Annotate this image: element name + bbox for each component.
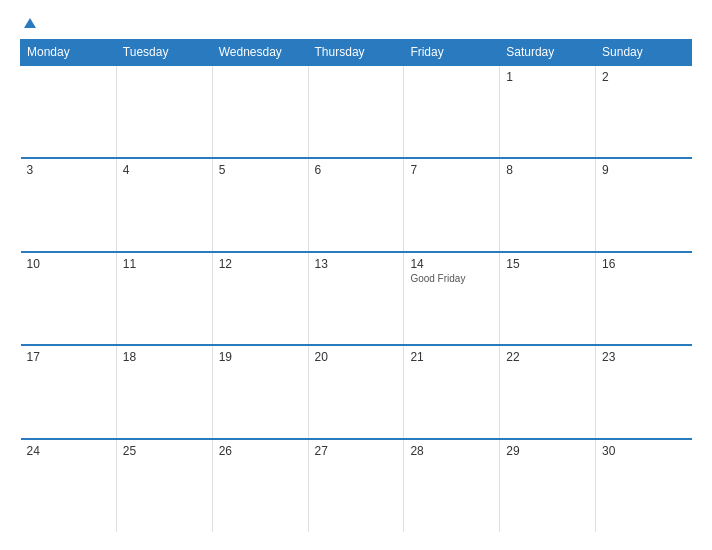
calendar-week-row: 12 — [21, 65, 692, 158]
day-number: 4 — [123, 163, 206, 177]
calendar-cell: 25 — [116, 439, 212, 532]
day-number: 10 — [27, 257, 110, 271]
day-number: 6 — [315, 163, 398, 177]
day-number: 5 — [219, 163, 302, 177]
calendar-cell: 22 — [500, 345, 596, 438]
calendar-cell: 8 — [500, 158, 596, 251]
holiday-label: Good Friday — [410, 273, 493, 284]
day-number: 26 — [219, 444, 302, 458]
calendar-cell: 17 — [21, 345, 117, 438]
calendar-cell: 19 — [212, 345, 308, 438]
day-number: 28 — [410, 444, 493, 458]
day-number: 19 — [219, 350, 302, 364]
calendar-table: MondayTuesdayWednesdayThursdayFridaySatu… — [20, 39, 692, 532]
calendar-cell: 20 — [308, 345, 404, 438]
calendar-cell: 29 — [500, 439, 596, 532]
day-number: 27 — [315, 444, 398, 458]
calendar-cell: 10 — [21, 252, 117, 345]
day-header-sunday: Sunday — [596, 40, 692, 66]
day-number: 30 — [602, 444, 685, 458]
calendar-cell — [116, 65, 212, 158]
day-number: 22 — [506, 350, 589, 364]
day-number: 17 — [27, 350, 110, 364]
calendar-cell: 13 — [308, 252, 404, 345]
calendar-cell: 4 — [116, 158, 212, 251]
calendar-cell — [212, 65, 308, 158]
calendar-cell: 1 — [500, 65, 596, 158]
day-number: 8 — [506, 163, 589, 177]
calendar-cell: 24 — [21, 439, 117, 532]
day-number: 13 — [315, 257, 398, 271]
calendar-cell: 27 — [308, 439, 404, 532]
day-header-saturday: Saturday — [500, 40, 596, 66]
day-number: 9 — [602, 163, 685, 177]
day-header-monday: Monday — [21, 40, 117, 66]
calendar-cell: 5 — [212, 158, 308, 251]
calendar-cell: 18 — [116, 345, 212, 438]
calendar-cell: 3 — [21, 158, 117, 251]
day-number: 29 — [506, 444, 589, 458]
calendar-cell: 14Good Friday — [404, 252, 500, 345]
calendar-week-row: 17181920212223 — [21, 345, 692, 438]
calendar-cell: 30 — [596, 439, 692, 532]
calendar-cell: 12 — [212, 252, 308, 345]
day-number: 25 — [123, 444, 206, 458]
calendar-cell: 2 — [596, 65, 692, 158]
day-number: 3 — [27, 163, 110, 177]
day-number: 21 — [410, 350, 493, 364]
calendar-week-row: 3456789 — [21, 158, 692, 251]
day-number: 20 — [315, 350, 398, 364]
calendar-cell: 7 — [404, 158, 500, 251]
logo-triangle-icon — [24, 18, 36, 28]
calendar-cell — [404, 65, 500, 158]
logo-blue-text — [20, 18, 36, 29]
day-header-thursday: Thursday — [308, 40, 404, 66]
day-header-friday: Friday — [404, 40, 500, 66]
calendar-cell: 26 — [212, 439, 308, 532]
day-number: 2 — [602, 70, 685, 84]
day-number: 23 — [602, 350, 685, 364]
day-number: 15 — [506, 257, 589, 271]
calendar-cell: 21 — [404, 345, 500, 438]
header — [20, 18, 692, 29]
calendar-cell: 28 — [404, 439, 500, 532]
calendar-header-row: MondayTuesdayWednesdayThursdayFridaySatu… — [21, 40, 692, 66]
day-number: 1 — [506, 70, 589, 84]
day-number: 18 — [123, 350, 206, 364]
calendar-cell: 15 — [500, 252, 596, 345]
calendar-week-row: 1011121314Good Friday1516 — [21, 252, 692, 345]
day-number: 7 — [410, 163, 493, 177]
day-number: 12 — [219, 257, 302, 271]
day-header-tuesday: Tuesday — [116, 40, 212, 66]
page: MondayTuesdayWednesdayThursdayFridaySatu… — [0, 0, 712, 550]
calendar-cell: 11 — [116, 252, 212, 345]
day-number: 24 — [27, 444, 110, 458]
day-header-wednesday: Wednesday — [212, 40, 308, 66]
day-number: 16 — [602, 257, 685, 271]
day-number: 14 — [410, 257, 493, 271]
calendar-week-row: 24252627282930 — [21, 439, 692, 532]
calendar-cell: 9 — [596, 158, 692, 251]
calendar-cell — [308, 65, 404, 158]
calendar-cell: 16 — [596, 252, 692, 345]
calendar-cell: 23 — [596, 345, 692, 438]
day-number: 11 — [123, 257, 206, 271]
logo — [20, 18, 36, 29]
calendar-cell — [21, 65, 117, 158]
calendar-cell: 6 — [308, 158, 404, 251]
